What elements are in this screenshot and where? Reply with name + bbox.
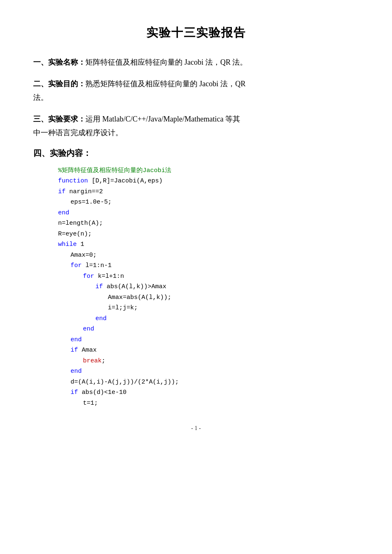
code-line-16: end: [71, 335, 359, 345]
section-3-label: 三、实验要求：: [33, 115, 85, 123]
code-line-17: if Amax: [71, 345, 359, 356]
code-line-22: t=1;: [83, 398, 359, 409]
section-2-content: 熟悉矩阵特征值及相应特征向量的 Jacobi 法，QR: [85, 80, 246, 88]
code-line-3: eps=1.0e-5;: [71, 197, 359, 208]
code-line-15: end: [83, 324, 359, 335]
code-line-12: Amax=abs(A(l,k));: [108, 292, 359, 303]
code-line-4: end: [58, 208, 359, 219]
section-2-label: 二、实验目的：: [33, 80, 85, 88]
code-line-1: function [D,R]=Jacobi(A,eps): [58, 176, 359, 187]
code-line-13: i=l;j=k;: [108, 303, 359, 313]
section-3-content: 运用 Matlab/C/C++/Java/Maple/Mathematica 等…: [85, 115, 240, 123]
code-line-2: if nargin==2: [58, 187, 359, 197]
section-2: 二、实验目的：熟悉矩阵特征值及相应特征向量的 Jacobi 法，QR 法。: [33, 77, 359, 104]
code-line-20: d=(A(i,i)-A(j,j))/(2*A(i,j));: [71, 377, 359, 388]
code-line-7: while 1: [58, 239, 359, 250]
code-comment: %矩阵特征值及相应特征向量的Jacobi法: [58, 165, 359, 176]
code-line-10: for k=l+1:n: [83, 271, 359, 282]
code-line-11: if abs(A(l,k))>Amax: [95, 282, 359, 292]
code-line-14: end: [95, 313, 359, 324]
code-line-19: end: [71, 366, 359, 377]
section-1-content: 矩阵特征值及相应特征向量的 Jacobi 法，QR 法。: [85, 58, 248, 66]
code-line-18: break;: [83, 356, 359, 367]
code-block: %矩阵特征值及相应特征向量的Jacobi法 function [D,R]=Jac…: [58, 165, 359, 409]
code-line-5: n=length(A);: [58, 218, 359, 229]
code-line-9: for l=1:n-1: [71, 260, 359, 271]
code-line-6: R=eye(n);: [58, 229, 359, 240]
section-3: 三、实验要求：运用 Matlab/C/C++/Java/Maple/Mathem…: [33, 112, 359, 139]
page-title: 实验十三实验报告: [33, 25, 359, 41]
page-footer: - 1 -: [33, 425, 359, 432]
code-line-21: if abs(d)<1e-10: [71, 387, 359, 398]
code-line-8: Amax=0;: [71, 250, 359, 261]
section-1-label: 一、实验名称：: [33, 58, 85, 66]
section-3-content2: 中一种语言完成程序设计。: [33, 129, 123, 137]
section-1: 一、实验名称：矩阵特征值及相应特征向量的 Jacobi 法，QR 法。: [33, 56, 359, 69]
section-4-heading: 四、实验内容：: [33, 148, 359, 159]
section-2-content2: 法。: [33, 93, 48, 102]
